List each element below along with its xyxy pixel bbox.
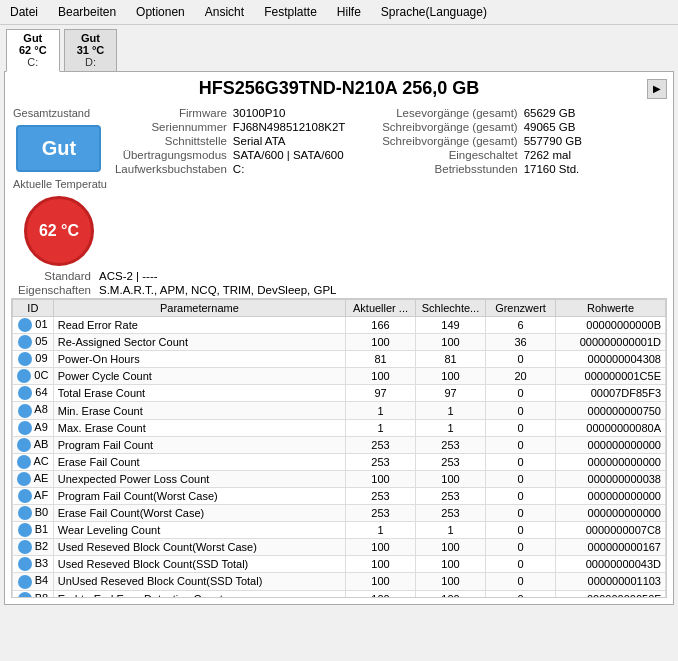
th-id: ID: [13, 300, 54, 317]
status-dot-icon: [18, 335, 32, 349]
standard-label: Standard: [11, 270, 91, 282]
table-row[interactable]: B2Used Reseved Block Count(Worst Case)10…: [13, 539, 666, 556]
row-worst: 1: [416, 402, 486, 419]
row-threshold: 0: [486, 351, 556, 368]
row-raw: 000000000750: [556, 402, 666, 419]
row-raw: 000000001C5E: [556, 368, 666, 385]
menu-sprache[interactable]: Sprache(Language): [377, 3, 491, 21]
row-raw: 000000000001D: [556, 334, 666, 351]
interface-label: Schnittstelle: [115, 135, 227, 147]
table-row[interactable]: 01Read Error Rate166149600000000000B: [13, 317, 666, 334]
table-row[interactable]: 64Total Erase Count9797000007DF85F3: [13, 385, 666, 402]
row-worst: 100: [416, 556, 486, 573]
row-status-icon: AF: [13, 487, 54, 504]
row-name: Wear Leveling Count: [53, 522, 345, 539]
row-status-icon: 05: [13, 334, 54, 351]
table-row[interactable]: AFProgram Fail Count(Worst Case)25325300…: [13, 487, 666, 504]
status-dot-icon: [17, 369, 31, 383]
row-threshold: 20: [486, 368, 556, 385]
table-row[interactable]: B3Used Reseved Block Count(SSD Total)100…: [13, 556, 666, 573]
th-name: Parametername: [53, 300, 345, 317]
row-current: 253: [346, 436, 416, 453]
row-current: 100: [346, 590, 416, 598]
table-row[interactable]: 09Power-On Hours81810000000004308: [13, 351, 666, 368]
row-name: UnUsed Reseved Block Count(SSD Total): [53, 573, 345, 590]
row-raw: 000000000038: [556, 470, 666, 487]
main-panel: HFS256G39TND-N210A 256,0 GB ▶ Gesamtzust…: [4, 71, 674, 605]
row-status-icon: B4: [13, 573, 54, 590]
row-status-icon: B1: [13, 522, 54, 539]
row-worst: 97: [416, 385, 486, 402]
read-label: Lesevorgänge (gesamt): [382, 107, 518, 119]
table-row[interactable]: B4UnUsed Reseved Block Count(SSD Total)1…: [13, 573, 666, 590]
row-current: 1: [346, 402, 416, 419]
menu-bearbeiten[interactable]: Bearbeiten: [54, 3, 120, 21]
row-name: Power-On Hours: [53, 351, 345, 368]
drive-letter-value: C:: [233, 163, 376, 175]
poweron-value: 7262 mal: [524, 149, 667, 161]
status-dot-icon: [17, 455, 31, 469]
row-current: 100: [346, 573, 416, 590]
row-name: Re-Assigned Sector Count: [53, 334, 345, 351]
row-status-icon: B3: [13, 556, 54, 573]
row-worst: 100: [416, 573, 486, 590]
row-current: 253: [346, 487, 416, 504]
row-status-icon: A8: [13, 402, 54, 419]
row-worst: 253: [416, 436, 486, 453]
expand-button[interactable]: ▶: [647, 79, 667, 99]
th-raw: Rohwerte: [556, 300, 666, 317]
write-label: Schreibvorgänge (gesamt): [382, 121, 518, 133]
table-row[interactable]: A9Max. Erase Count11000000000080A: [13, 419, 666, 436]
firmware-label: Firmware: [115, 107, 227, 119]
menu-datei[interactable]: Datei: [6, 3, 42, 21]
row-raw: 00007DF85F3: [556, 385, 666, 402]
row-raw: 000000004308: [556, 351, 666, 368]
row-threshold: 0: [486, 573, 556, 590]
row-status-icon: 01: [13, 317, 54, 334]
transfer-value: SATA/600 | SATA/600: [233, 149, 376, 161]
row-raw: 000000000000: [556, 436, 666, 453]
drive-tab-c[interactable]: Gut 62 °C C:: [6, 29, 60, 72]
status-dot-icon: [18, 506, 32, 520]
table-row[interactable]: AEUnexpected Power Loss Count10010000000…: [13, 470, 666, 487]
table-row[interactable]: B1Wear Leveling Count1100000000007C8: [13, 522, 666, 539]
attributes-table-wrapper[interactable]: ID Parametername Aktueller ... Schlechte…: [11, 298, 667, 598]
row-status-icon: AC: [13, 453, 54, 470]
row-threshold: 0: [486, 522, 556, 539]
row-worst: 100: [416, 334, 486, 351]
row-worst: 100: [416, 590, 486, 598]
drive-title: HFS256G39TND-N210A 256,0 GB: [31, 78, 647, 99]
menu-festplatte[interactable]: Festplatte: [260, 3, 321, 21]
table-row[interactable]: ACErase Fail Count2532530000000000000: [13, 453, 666, 470]
row-threshold: 36: [486, 334, 556, 351]
eigenschaften-row: Eigenschaften S.M.A.R.T., APM, NCQ, TRIM…: [11, 284, 667, 296]
row-raw: 000000001103: [556, 573, 666, 590]
table-row[interactable]: 05Re-Assigned Sector Count10010036000000…: [13, 334, 666, 351]
table-row[interactable]: B0Erase Fail Count(Worst Case)2532530000…: [13, 505, 666, 522]
row-threshold: 0: [486, 470, 556, 487]
row-status-icon: 09: [13, 351, 54, 368]
row-worst: 253: [416, 505, 486, 522]
row-name: Max. Erase Count: [53, 419, 345, 436]
table-row[interactable]: A8Min. Erase Count110000000000750: [13, 402, 666, 419]
row-current: 253: [346, 505, 416, 522]
menu-optionen[interactable]: Optionen: [132, 3, 189, 21]
menu-hilfe[interactable]: Hilfe: [333, 3, 365, 21]
drive-tab-d[interactable]: Gut 31 °C D:: [64, 29, 118, 71]
row-status-icon: AE: [13, 470, 54, 487]
row-status-icon: AB: [13, 436, 54, 453]
temp-circle: 62 °C: [24, 196, 94, 266]
serial-value: FJ68N498512108K2T: [233, 121, 376, 133]
row-raw: 00000000080A: [556, 419, 666, 436]
row-status-icon: B8: [13, 590, 54, 598]
row-current: 166: [346, 317, 416, 334]
table-row[interactable]: B8End-to-End Error Detection Count100100…: [13, 590, 666, 598]
temp-label: Aktuelle Temperatu: [13, 178, 107, 190]
row-current: 100: [346, 539, 416, 556]
table-row[interactable]: ABProgram Fail Count2532530000000000000: [13, 436, 666, 453]
row-worst: 1: [416, 419, 486, 436]
drive-d-temp: 31 °C: [77, 44, 105, 56]
menu-ansicht[interactable]: Ansicht: [201, 3, 248, 21]
runtime-label: Betriebsstunden: [382, 163, 518, 175]
table-row[interactable]: 0CPower Cycle Count10010020000000001C5E: [13, 368, 666, 385]
